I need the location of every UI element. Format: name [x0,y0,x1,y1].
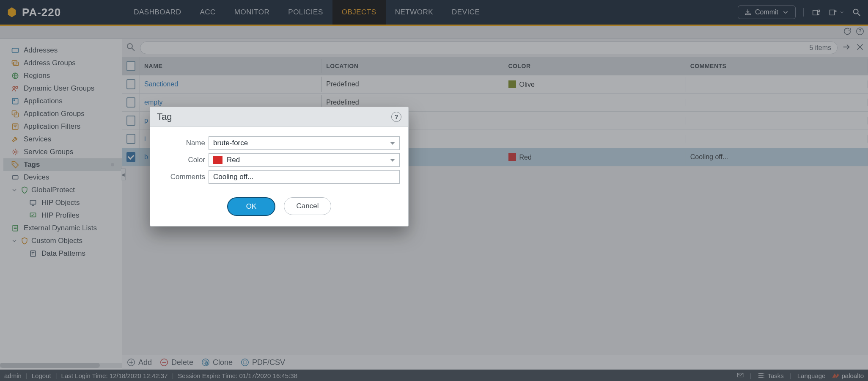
ok-button[interactable]: OK [227,197,275,216]
name-value: brute-force [213,139,248,147]
dialog-header: Tag ? [150,107,408,127]
dialog-help-icon[interactable]: ? [391,112,401,122]
color-select[interactable]: Red [209,153,400,167]
comments-label: Comments [159,173,205,181]
cancel-button[interactable]: Cancel [284,197,331,215]
color-swatch-icon [213,156,222,164]
name-input[interactable]: brute-force [209,136,400,150]
color-label: Color [159,156,205,164]
modal-overlay: Tag ? Name brute-force Color Red Comment… [0,0,868,381]
tag-dialog: Tag ? Name brute-force Color Red Comment… [150,107,409,226]
comments-value: Cooling off... [213,173,253,181]
comments-input[interactable]: Cooling off... [209,170,400,184]
dialog-title: Tag [157,111,172,122]
color-value: Red [227,156,240,164]
name-label: Name [159,139,205,147]
